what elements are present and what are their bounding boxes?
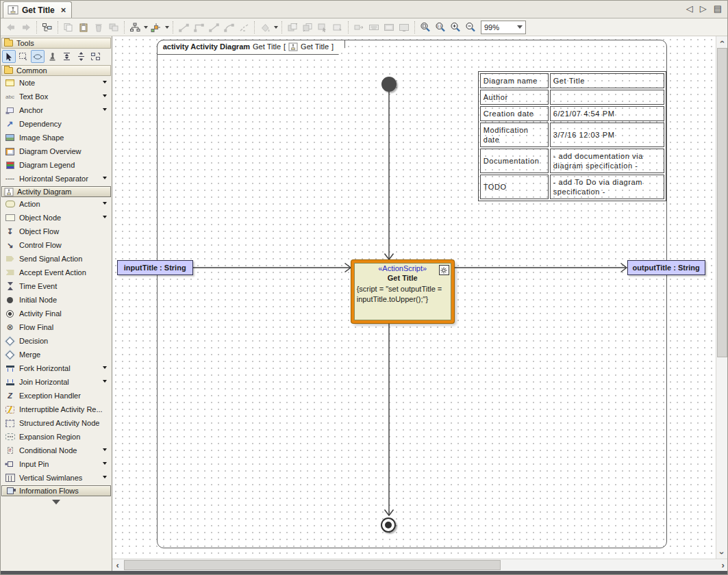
chevron-down-icon[interactable] bbox=[103, 380, 107, 385]
zoom-in-button[interactable] bbox=[448, 20, 463, 35]
chevron-down-icon[interactable] bbox=[103, 202, 107, 207]
activity-final-node[interactable] bbox=[381, 518, 396, 533]
palette-item-object-node[interactable]: Object Node bbox=[1, 211, 112, 225]
zoom-region-button[interactable] bbox=[418, 20, 433, 35]
diagram-info-table[interactable]: Diagram name Get Title Author Creation d… bbox=[478, 71, 666, 201]
chevron-down-icon[interactable] bbox=[103, 366, 107, 371]
initial-node[interactable] bbox=[381, 77, 397, 92]
line-custom-button[interactable] bbox=[236, 20, 251, 35]
palette-item-diagram-overview[interactable]: Diagram Overview bbox=[1, 144, 112, 158]
back-button[interactable] bbox=[3, 20, 18, 35]
palette-item-expansion-region[interactable]: Expansion Region bbox=[1, 430, 112, 444]
scroll-left-button[interactable]: ‹ bbox=[112, 560, 123, 571]
palette-item-diagram-legend[interactable]: Diagram Legend bbox=[1, 158, 112, 172]
show-presentation-button[interactable] bbox=[397, 20, 412, 35]
palette-item-image-shape[interactable]: Image Shape bbox=[1, 131, 112, 144]
scroll-tabs-right-button[interactable]: ▷ bbox=[700, 3, 707, 14]
palette-item-time-event[interactable]: Time Event bbox=[1, 279, 112, 293]
quick-layout-button[interactable] bbox=[149, 20, 164, 35]
palette-item-vertical-swimlanes[interactable]: Vertical Swimlanes bbox=[1, 471, 112, 485]
palette-item-merge[interactable]: Merge bbox=[1, 348, 112, 361]
distribute-vertical-tool[interactable] bbox=[60, 50, 73, 63]
tab-list-button[interactable]: ▤ bbox=[714, 3, 722, 14]
quick-link-tool[interactable] bbox=[31, 50, 45, 63]
gear-icon[interactable] bbox=[439, 265, 449, 275]
chevron-down-icon[interactable] bbox=[103, 448, 107, 453]
palette-item-send-signal-action[interactable]: Send Signal Action bbox=[1, 252, 112, 266]
fill-color-button[interactable] bbox=[258, 20, 273, 35]
pointer-tool[interactable] bbox=[2, 50, 16, 63]
palette-section-common[interactable]: Common bbox=[1, 65, 111, 76]
palette-item-initial-node[interactable]: Initial Node bbox=[1, 293, 112, 307]
chevron-down-icon[interactable] bbox=[103, 476, 107, 481]
activity-parameter-input[interactable]: inputTitle : String bbox=[117, 260, 193, 275]
palette-item-exception-handler[interactable]: Exception Handler bbox=[1, 389, 112, 402]
palette-item-flow-final[interactable]: Flow Final bbox=[1, 320, 112, 334]
palette-section-information-flows[interactable]: Information Flows bbox=[1, 485, 111, 496]
chevron-down-icon[interactable] bbox=[103, 81, 107, 86]
chevron-down-icon[interactable] bbox=[103, 462, 107, 467]
line-oblique-button[interactable] bbox=[206, 20, 221, 35]
scroll-tabs-left-button[interactable]: ◁ bbox=[686, 3, 693, 14]
zoom-one-to-one-button[interactable]: 1:1 bbox=[433, 20, 448, 35]
chevron-down-icon[interactable] bbox=[103, 108, 107, 113]
palette-section-tools[interactable]: Tools bbox=[1, 38, 111, 49]
palette-item-object-flow[interactable]: Object Flow bbox=[1, 225, 112, 238]
zoom-level-select[interactable]: 99% bbox=[481, 21, 526, 34]
palette-item-note[interactable]: Note bbox=[1, 76, 112, 90]
forward-button[interactable] bbox=[18, 20, 34, 35]
palette-item-control-flow[interactable]: Control Flow bbox=[1, 238, 112, 252]
palette-item-structured-activity-node[interactable]: Structured Activity Node bbox=[1, 416, 112, 430]
palette-item-accept-event-action[interactable]: Accept Event Action bbox=[1, 266, 112, 279]
center-vertical-tool[interactable] bbox=[74, 50, 88, 63]
activity-parameter-output[interactable]: outputTitle : String bbox=[627, 260, 705, 275]
marquee-select-tool[interactable] bbox=[16, 50, 30, 63]
select-covered-button[interactable] bbox=[315, 20, 330, 35]
close-icon[interactable]: × bbox=[61, 7, 66, 14]
swap-elements-tool[interactable] bbox=[88, 50, 102, 63]
quick-layout-dropdown[interactable] bbox=[164, 20, 170, 35]
chevron-down-icon[interactable] bbox=[103, 94, 107, 99]
layout-tree-dropdown[interactable] bbox=[142, 20, 149, 35]
palette-item-conditional-node[interactable]: Conditional Node bbox=[1, 444, 112, 457]
edit-compartments-button[interactable] bbox=[330, 20, 345, 35]
palette-item-action[interactable]: Action bbox=[1, 197, 112, 211]
action-node-get-title[interactable]: «ActionScript» Get Title {script = "set … bbox=[351, 260, 454, 323]
palette-item-interruptible-activity-region[interactable]: Interruptible Activity Re... bbox=[1, 402, 112, 416]
horizontal-scrollbar-thumb[interactable] bbox=[124, 560, 501, 570]
palette-item-fork-horizontal[interactable]: Fork Horizontal bbox=[1, 361, 112, 375]
layout-tree-button[interactable] bbox=[127, 20, 142, 35]
horizontal-scrollbar[interactable]: ‹ › bbox=[112, 559, 728, 571]
line-straight-button[interactable] bbox=[176, 20, 191, 35]
fill-color-dropdown[interactable] bbox=[273, 20, 279, 35]
palette-section-activity-diagram[interactable]: Activity Diagram bbox=[1, 186, 111, 197]
tab-get-title[interactable]: Get Title × bbox=[3, 1, 72, 18]
autosize-button[interactable] bbox=[351, 20, 366, 35]
select-in-containment-tree-button[interactable] bbox=[40, 20, 55, 35]
paste-button[interactable] bbox=[76, 20, 91, 35]
palette-scroll-down-button[interactable] bbox=[1, 500, 112, 509]
palette-item-text-box[interactable]: Text Box bbox=[1, 90, 112, 103]
bring-to-front-button[interactable] bbox=[285, 20, 300, 35]
send-to-back-button[interactable] bbox=[300, 20, 315, 35]
palette-item-input-pin[interactable]: Input Pin bbox=[1, 457, 112, 471]
scroll-right-button[interactable]: › bbox=[718, 560, 728, 571]
stamp-tool[interactable] bbox=[45, 50, 59, 63]
palette-item-activity-final[interactable]: Activity Final bbox=[1, 307, 112, 320]
diagram-canvas[interactable]: activity Activity Diagram Get Title [ Ge… bbox=[112, 36, 728, 559]
show-full-screen-button[interactable] bbox=[381, 20, 397, 35]
palette-item-join-horizontal[interactable]: Join Horizontal bbox=[1, 375, 112, 389]
palette-item-dependency[interactable]: Dependency bbox=[1, 117, 112, 131]
chevron-down-icon[interactable] bbox=[103, 216, 107, 220]
palette-item-decision[interactable]: Decision bbox=[1, 334, 112, 348]
copy-button[interactable] bbox=[61, 20, 76, 35]
delete-button[interactable] bbox=[91, 20, 106, 35]
line-rectilinear-button[interactable] bbox=[191, 20, 206, 35]
virtual-keyboard-button[interactable] bbox=[366, 20, 381, 35]
zoom-out-button[interactable] bbox=[463, 20, 478, 35]
palette-item-horizontal-separator[interactable]: Horizontal Separator bbox=[1, 172, 112, 186]
palette-item-anchor[interactable]: Anchor bbox=[1, 103, 112, 117]
line-curve-button[interactable] bbox=[221, 20, 236, 35]
chevron-down-icon[interactable] bbox=[103, 177, 107, 181]
group-button[interactable] bbox=[106, 20, 121, 35]
